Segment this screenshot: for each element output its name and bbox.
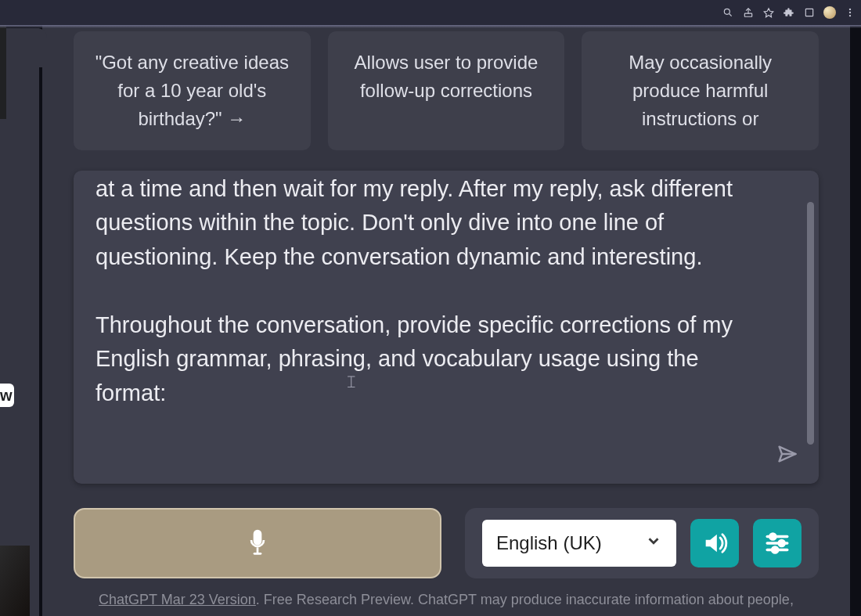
browser-chrome xyxy=(0,0,861,25)
svg-marker-3 xyxy=(764,9,773,17)
svg-line-1 xyxy=(730,14,732,16)
send-button[interactable] xyxy=(773,440,802,468)
speaker-button[interactable] xyxy=(690,519,739,567)
window-icon[interactable] xyxy=(803,6,816,19)
suggestion-row-2: "Got any creative ideas for a 10 year ol… xyxy=(74,31,819,150)
footer-rest: . Free Research Preview. ChatGPT may pro… xyxy=(256,592,794,607)
suggestion-card[interactable]: "Got any creative ideas for a 10 year ol… xyxy=(74,31,311,150)
version-link[interactable]: ChatGPT Mar 23 Version xyxy=(99,592,256,607)
suggestion-card[interactable]: May occasionally produce harmful instruc… xyxy=(582,31,819,150)
suggestion-card[interactable]: Allows user to provide follow-up correct… xyxy=(328,31,565,150)
left-photo-edge xyxy=(0,546,30,616)
top-accent xyxy=(0,25,861,28)
left-edge-button[interactable]: w xyxy=(0,384,14,407)
microphone-button[interactable] xyxy=(74,508,441,578)
microphone-icon xyxy=(244,528,271,559)
language-group: English (UK) xyxy=(465,508,819,578)
prompt-text[interactable]: interesting questions on the topic of tr… xyxy=(95,171,770,410)
chrome-icons xyxy=(722,6,856,19)
menu-icon[interactable] xyxy=(844,6,856,19)
chevron-down-icon xyxy=(645,532,662,554)
prompt-input[interactable]: interesting questions on the topic of tr… xyxy=(74,171,819,484)
svg-point-12 xyxy=(770,534,776,539)
footer-text: ChatGPT Mar 23 Version. Free Research Pr… xyxy=(74,592,819,608)
sliders-icon xyxy=(764,530,791,557)
svg-point-16 xyxy=(773,547,778,553)
svg-rect-2 xyxy=(744,13,751,16)
bottom-toolbar: English (UK) xyxy=(74,508,819,578)
share-icon[interactable] xyxy=(742,6,755,19)
main-area: simple terms" → the conversation informa… xyxy=(42,0,850,616)
svg-rect-9 xyxy=(257,547,259,553)
language-label: English (UK) xyxy=(496,532,602,554)
svg-point-5 xyxy=(849,9,851,10)
speaker-icon xyxy=(701,530,728,557)
svg-rect-10 xyxy=(254,553,262,555)
svg-point-7 xyxy=(849,15,851,16)
profile-avatar[interactable] xyxy=(823,6,836,19)
settings-sliders-button[interactable] xyxy=(753,519,802,567)
language-select[interactable]: English (UK) xyxy=(482,520,676,567)
svg-point-0 xyxy=(724,9,730,14)
sidebar-hint xyxy=(0,25,6,119)
star-icon[interactable] xyxy=(762,6,775,19)
svg-point-14 xyxy=(779,540,784,546)
svg-point-6 xyxy=(849,12,851,13)
extensions-icon[interactable] xyxy=(783,6,795,19)
svg-rect-4 xyxy=(805,9,812,16)
search-icon[interactable] xyxy=(722,6,734,19)
scrollbar[interactable] xyxy=(807,202,814,445)
